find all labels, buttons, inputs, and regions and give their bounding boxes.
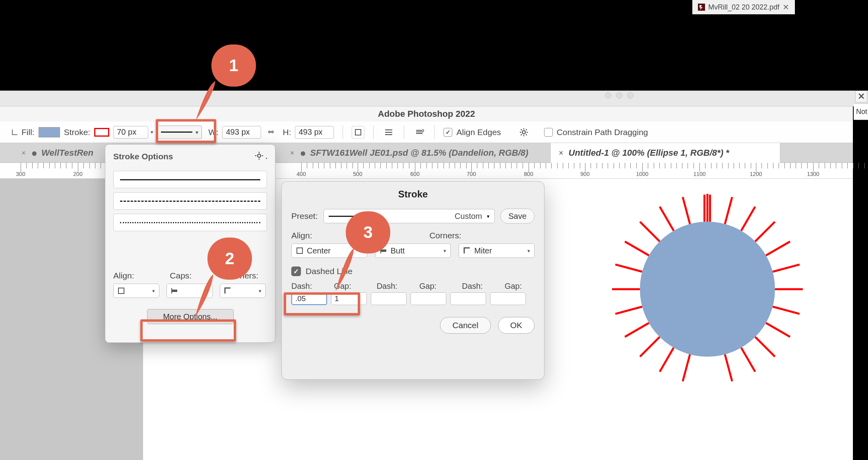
save-button[interactable]: Save: [500, 209, 535, 224]
ruler-tick: [358, 163, 358, 172]
ruler-tick-minor: [676, 163, 677, 168]
document-tab-active[interactable]: × Untitled-1 @ 100% (Ellipse 1, RGB/8*) …: [551, 143, 780, 163]
ray-dash: [754, 221, 775, 242]
window-traffic-lights[interactable]: [605, 92, 634, 99]
app-title: Adobe Photoshop 2022: [378, 109, 475, 119]
ruler-tick-minor: [517, 163, 517, 168]
height-input[interactable]: [295, 126, 334, 139]
ellipse-sun-shape[interactable]: [620, 202, 795, 377]
corners-dropdown[interactable]: Miter▾: [459, 244, 535, 258]
ruler-tick-minor: [369, 163, 370, 168]
ruler-tick-minor: [574, 163, 574, 168]
close-icon[interactable]: ×: [290, 149, 294, 157]
preset-value: Custom: [455, 212, 482, 221]
ruler-tick-minor: [449, 163, 450, 168]
dash-input-2[interactable]: [371, 292, 407, 305]
link-icon[interactable]: ⚯: [265, 128, 276, 137]
ruler-tick-minor: [745, 163, 745, 168]
ruler-tick-minor: [767, 163, 768, 168]
ruler-label: 800: [524, 171, 533, 177]
path-align-button[interactable]: [382, 126, 395, 139]
dash-input-3[interactable]: [450, 292, 486, 305]
svg-point-4: [522, 131, 525, 134]
svg-line-9: [521, 129, 521, 130]
align-dropdown[interactable]: ▾: [113, 284, 159, 298]
ruler-tick-minor: [790, 163, 790, 168]
ruler-tick-minor: [32, 163, 33, 168]
ruler-tick-minor: [353, 163, 353, 168]
document-tab[interactable]: × ● WellTestRen: [14, 143, 101, 163]
svg-rect-3: [416, 133, 422, 134]
ruler-tick-minor: [825, 163, 825, 168]
ray-dash: [740, 347, 756, 372]
ruler-tick-minor: [557, 163, 558, 168]
fill-label: Fill:: [21, 128, 35, 137]
gap-input-3[interactable]: [490, 292, 526, 305]
ruler-tick-minor: [853, 163, 853, 168]
ray-dash: [724, 197, 733, 224]
ruler-tick-minor: [386, 163, 387, 168]
cancel-label: Cancel: [452, 321, 478, 330]
flash-icon: [698, 4, 705, 11]
close-icon[interactable]: ×: [559, 149, 563, 157]
ruler-tick: [301, 163, 302, 172]
path-arrange-button[interactable]: [413, 126, 426, 139]
ruler-label: 500: [353, 171, 362, 177]
ruler-tick-minor: [751, 163, 751, 168]
ruler-tick: [756, 163, 756, 172]
constrain-checkbox[interactable]: [544, 128, 553, 137]
ruler-label: 300: [16, 171, 25, 177]
notepad-tab[interactable]: Not: [854, 103, 868, 120]
svg-rect-2: [416, 130, 422, 131]
align-edges-label: Align Edges: [456, 128, 501, 137]
divider: [373, 126, 374, 139]
gear-icon[interactable]: [519, 128, 528, 137]
browser-tab-close[interactable]: ✕: [783, 2, 789, 12]
stroke-preset-dotted[interactable]: [113, 214, 267, 231]
ruler-tick-minor: [341, 163, 341, 168]
ruler-tick-minor: [466, 163, 467, 168]
document-tab[interactable]: × ● SFTW161Well JE01.psd @ 81.5% (Dandel…: [282, 143, 536, 163]
ray-dash: [707, 194, 709, 222]
dashed-line-checkbox[interactable]: ✓: [291, 267, 301, 276]
ruler-tick-minor: [773, 163, 773, 168]
cancel-button[interactable]: Cancel: [440, 317, 490, 334]
ruler-tick-minor: [779, 163, 779, 168]
chevron-down-icon[interactable]: ▾: [151, 129, 153, 135]
collapse-icon[interactable]: [12, 129, 17, 135]
ruler-tick-minor: [43, 163, 44, 168]
ok-button[interactable]: OK: [498, 317, 535, 334]
ruler-tick-minor: [534, 163, 535, 168]
ruler-label: 200: [73, 171, 82, 177]
stroke-width-input[interactable]: [113, 126, 148, 139]
ruler-tick-minor: [523, 163, 523, 168]
stroke-preset-solid[interactable]: [113, 171, 267, 188]
path-operations-button[interactable]: [352, 126, 364, 139]
svg-rect-1: [416, 131, 422, 132]
close-icon[interactable]: ×: [21, 149, 26, 157]
ruler-tick-minor: [26, 163, 27, 168]
width-input[interactable]: [222, 126, 261, 139]
gap-input-2[interactable]: [411, 292, 446, 305]
ruler-tick-minor: [728, 163, 728, 168]
fill-swatch[interactable]: [39, 127, 60, 137]
notepad-label: Not: [856, 108, 867, 116]
stroke-color-swatch[interactable]: [94, 128, 109, 137]
ruler-tick-minor: [392, 163, 392, 168]
corners-dropdown[interactable]: ▾: [220, 284, 266, 298]
browser-tab-label: MvRill_02 20 2022.pdf: [708, 3, 779, 12]
ruler-tick-minor: [648, 163, 648, 168]
chevron-down-icon: ▾: [444, 248, 446, 254]
ruler-tick-minor: [568, 163, 569, 168]
align-edges-checkbox[interactable]: ✓: [444, 128, 452, 137]
ruler-tick-minor: [420, 163, 421, 168]
browser-tab[interactable]: MvRill_02 20 2022.pdf ✕: [692, 0, 795, 14]
popover-menu-button[interactable]: .: [255, 150, 268, 161]
ruler-tick-minor: [477, 163, 477, 168]
ray-dash: [615, 263, 643, 273]
stroke-preset-dashed[interactable]: [113, 192, 267, 210]
window-close-icon[interactable]: ✕: [855, 91, 867, 102]
ruler-tick-minor: [608, 163, 608, 168]
ruler-tick-minor: [318, 163, 319, 168]
ray-dash: [682, 197, 691, 224]
